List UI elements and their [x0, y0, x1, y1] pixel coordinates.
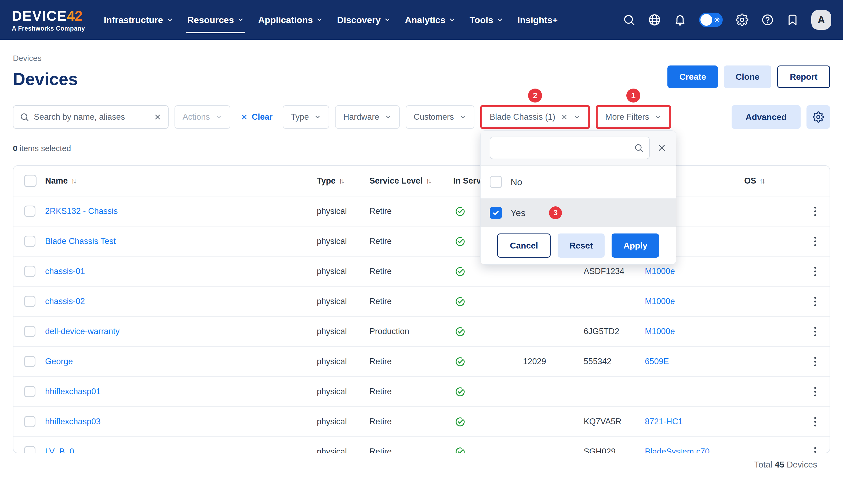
hardware-link[interactable]: 8721-HC1 [645, 417, 744, 427]
device-name-link[interactable]: 2RKS132 - Chassis [45, 206, 317, 216]
row-actions-kebab[interactable] [807, 385, 823, 398]
advanced-button[interactable]: Advanced [732, 105, 801, 129]
device-name-link[interactable]: hhiflexchasp03 [45, 417, 317, 427]
row-checkbox[interactable] [24, 416, 35, 427]
row-actions-kebab[interactable] [807, 295, 823, 308]
device42-logo[interactable]: DEVICE42 A Freshworks Company [12, 8, 85, 32]
sort-icon: ↑↓ [759, 177, 764, 185]
hardware-link[interactable]: M1000e [645, 267, 744, 276]
row-checkbox[interactable] [24, 446, 35, 453]
row-actions-kebab[interactable] [807, 235, 823, 248]
service-level-cell: Retire [370, 236, 453, 246]
popup-search-input[interactable] [496, 143, 630, 152]
reset-button[interactable]: Reset [558, 233, 605, 258]
help-icon[interactable] [761, 14, 774, 26]
checkbox-yes[interactable] [490, 206, 502, 219]
serial-cell: 6JG5TD2 [584, 327, 645, 336]
actions-dropdown[interactable]: Actions [175, 105, 230, 129]
hardware-link[interactable]: M1000e [645, 327, 744, 336]
serial-cell: KQ7VA5R [584, 417, 645, 427]
device-name-link[interactable]: chassis-02 [45, 296, 317, 306]
cancel-button[interactable]: Cancel [497, 233, 551, 258]
menu-infrastructure[interactable]: Infrastructure [97, 0, 180, 40]
bell-icon[interactable] [674, 14, 686, 26]
type-cell: physical [317, 387, 370, 396]
row-checkbox[interactable] [24, 266, 35, 277]
row-actions-kebab[interactable] [807, 446, 823, 453]
service-level-cell: Retire [370, 206, 453, 216]
device-name-link[interactable]: George [45, 357, 317, 366]
menu-resources[interactable]: Resources [180, 0, 251, 40]
device-name-link[interactable]: LV_B_0 [45, 447, 317, 453]
table-settings-gear-icon[interactable] [806, 105, 830, 129]
remove-filter-icon[interactable] [560, 113, 568, 121]
device-name-link[interactable]: chassis-01 [45, 267, 317, 276]
device-name-link[interactable]: Blade Chassis Test [45, 236, 317, 246]
option-label: Yes [510, 208, 525, 218]
chevron-down-icon [385, 113, 392, 121]
chevron-down-icon [237, 16, 244, 23]
type-filter-dropdown[interactable]: Type [283, 105, 329, 129]
menu-tools[interactable]: Tools [463, 0, 510, 40]
row-checkbox[interactable] [24, 386, 35, 397]
menu-analytics[interactable]: Analytics [398, 0, 463, 40]
clear-search-icon[interactable] [154, 113, 162, 121]
column-header-name[interactable]: Name↑↓ [45, 176, 317, 186]
bookmark-icon[interactable] [787, 14, 799, 26]
chevron-down-icon [654, 113, 662, 121]
device-search-input[interactable] [34, 112, 149, 122]
theme-toggle[interactable] [699, 13, 723, 27]
clone-button[interactable]: Clone [724, 66, 771, 88]
gear-icon[interactable] [736, 14, 749, 26]
search-icon[interactable] [623, 14, 635, 26]
sort-icon: ↑↓ [71, 177, 75, 185]
close-icon[interactable] [657, 143, 667, 153]
column-header-service-level[interactable]: Service Level↑↓ [370, 176, 453, 186]
more-filters-dropdown[interactable]: More Filters [596, 105, 671, 129]
blade-chassis-filter-dropdown[interactable]: Blade Chassis (1) [480, 105, 590, 129]
select-all-checkbox[interactable] [24, 175, 37, 187]
menu-discovery[interactable]: Discovery [330, 0, 398, 40]
type-cell: physical [317, 357, 370, 366]
row-checkbox[interactable] [24, 236, 35, 247]
create-button[interactable]: Create [667, 66, 718, 88]
device-name-link[interactable]: hhiflexchasp01 [45, 387, 317, 396]
row-actions-kebab[interactable] [807, 415, 823, 428]
row-actions-kebab[interactable] [807, 325, 823, 338]
annotation-badge-2: 2 [528, 89, 542, 103]
column-header-type[interactable]: Type↑↓ [317, 176, 370, 186]
table-row: dell-device-warranty physical Production… [14, 317, 829, 347]
table-row: Blade Chassis Test physical Retire [14, 227, 829, 256]
hardware-filter-dropdown[interactable]: Hardware [335, 105, 399, 129]
hardware-link[interactable]: 6509E [645, 357, 744, 366]
globe-icon[interactable] [648, 14, 661, 26]
row-actions-kebab[interactable] [807, 205, 823, 218]
hardware-link[interactable]: M1000e [645, 296, 744, 306]
menu-insights-plus[interactable]: Insights+ [510, 0, 564, 40]
annotation-badge-3: 3 [549, 206, 562, 219]
in-service-check-icon [453, 266, 523, 276]
menu-applications[interactable]: Applications [251, 0, 330, 40]
chevron-down-icon [459, 113, 466, 121]
row-actions-kebab[interactable] [807, 265, 823, 278]
total-devices-text: Total 45 Devices [26, 460, 817, 470]
row-actions-kebab[interactable] [807, 355, 823, 368]
apply-button[interactable]: Apply [612, 233, 659, 258]
service-level-cell: Retire [370, 296, 453, 306]
row-checkbox[interactable] [24, 326, 35, 337]
breadcrumb[interactable]: Devices [13, 54, 42, 63]
checkbox-no[interactable] [490, 176, 502, 188]
row-checkbox[interactable] [24, 356, 35, 367]
clear-filters-button[interactable]: Clear [240, 112, 273, 122]
device-name-link[interactable]: dell-device-warranty [45, 327, 317, 336]
row-checkbox[interactable] [24, 296, 35, 307]
logo-number: 42 [67, 8, 83, 24]
customers-filter-dropdown[interactable]: Customers [406, 105, 474, 129]
column-header-os[interactable]: OS↑↓ [744, 176, 807, 186]
row-checkbox[interactable] [24, 205, 35, 217]
report-button[interactable]: Report [777, 66, 830, 88]
hardware-link[interactable]: BladeSystem c70 [645, 447, 744, 453]
popup-option-yes[interactable]: Yes 3 [481, 199, 676, 227]
popup-option-no[interactable]: No [481, 166, 676, 199]
user-avatar[interactable]: A [811, 10, 831, 30]
